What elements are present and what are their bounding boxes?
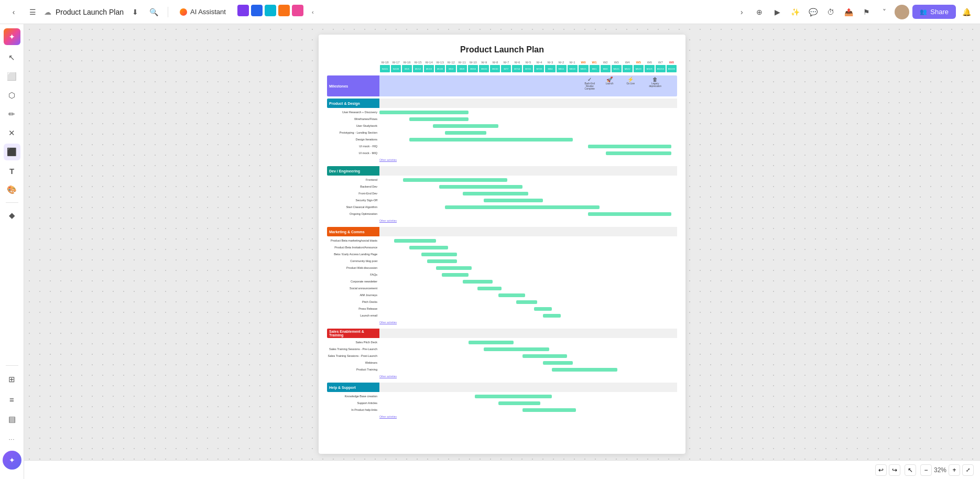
top-toolbar: ‹ ☰ ☁ Product Launch Plan ⬇ 🔍 AI Assista… [0,0,980,24]
milestone-launch: 🚀 Launch [606,77,614,85]
zoom-out-button[interactable]: − [920,464,932,476]
sidebar-tool-sticky[interactable]: ⬛ [4,144,20,160]
dev-engineering-label: Dev / Engineering [327,166,379,176]
sidebar-tool-pen[interactable]: ✏ [4,106,20,123]
task-label-pitch-decks: Pitch Decks [327,300,379,303]
task-bar-security [484,199,543,202]
task-label-kb-creation: Knowledge Base creation [327,395,379,398]
date-cell-11: M6/30 [490,65,500,72]
task-label-support-articles: Support Articles [327,401,379,405]
task-timeline-sales-training-pre [379,346,677,352]
date-cell-21: M9/8 [601,65,611,72]
zoom-fit-button[interactable]: ⤢ [962,464,974,476]
task-bar-faqs [442,273,469,277]
week-w0: W0 [578,61,589,64]
sidebar-tool-paint[interactable]: 🎨 [4,181,20,198]
sidebar-tool-shape[interactable]: ⬡ [4,87,20,104]
timer-button[interactable]: ⏱ [823,5,838,19]
date-cell-4: M5/12 [413,65,423,72]
ai-assistant-button[interactable]: AI Assistant [175,6,231,18]
task-timeline-pitch-decks [379,299,677,305]
collapse-left-button[interactable]: ‹ [306,5,320,19]
week-w14: W-14 [423,61,434,64]
week-w2: W-2 [556,61,567,64]
task-timeline-mkt-other: Other activities [379,319,677,325]
sidebar-tool-more[interactable]: ··· [4,431,20,448]
search-button[interactable]: 🔍 [147,5,161,19]
more-button[interactable]: › [734,5,749,19]
week-w3: W-3 [545,61,556,64]
sidebar-tool-eraser[interactable]: ◆ [4,207,20,224]
sidebar-tool-cursor[interactable]: ↖ [4,49,20,66]
task-label-webinars: Webinars [327,361,379,364]
task-timeline-frontend-dev [379,190,677,197]
task-label-frontend: Frontend [327,178,379,181]
section-sales: Sales Enablement & Training Sales Pitch … [327,329,677,379]
share-button[interactable]: 👥 Share [912,5,956,19]
task-label-launch-email: Launch email [327,314,379,317]
date-cell-9: M6/16 [468,65,478,72]
ai-fab-button[interactable]: ✦ [3,451,21,470]
sidebar-tool-text[interactable]: T [4,162,20,179]
task-label-sales-training-post: Sales Training Sessions - Post-Launch [327,354,379,357]
download-button[interactable]: ⬇ [128,5,143,19]
task-bar-ui-hiq [588,145,671,148]
share-doc-button[interactable]: 📤 [841,5,856,19]
share-label: Share [930,8,949,16]
other-activities-sales[interactable]: Other activities [379,375,397,378]
task-bar-prototyping [445,131,487,135]
other-activities-help[interactable]: Other activities [379,415,397,418]
sidebar-tool-connector[interactable]: ✕ [4,125,20,141]
task-label-in-product-help: In Product help-links [327,408,379,411]
date-cell-13: M7/14 [512,65,522,72]
task-timeline-ongoing-opt [379,211,677,217]
task-row-ui-miq: UI mock - MIQ [327,150,677,156]
marketing-label: Marketing & Comms [327,227,379,236]
collab-icon-4 [278,5,290,16]
section-product-design: Product & Design User Research + Discove… [327,99,677,163]
other-activities-dev[interactable]: Other activities [379,219,397,222]
undo-redo-group: ↩ ↪ [875,464,900,476]
redo-button[interactable]: ↪ [889,464,900,476]
back-button[interactable]: ‹ [6,5,21,19]
other-activities-pd[interactable]: Other activities [379,158,397,161]
zoom-in-button[interactable]: + [949,464,960,476]
week-w7: W-7 [500,61,511,64]
collab-icon-2 [251,5,263,16]
task-row-sales-other: Other activities [327,373,677,379]
comment-button[interactable]: 💬 [805,5,820,19]
flag-button[interactable]: ⚑ [859,5,874,19]
sidebar-tool-grid[interactable]: ⊞ [4,371,20,388]
date-cell-15: M7/28 [534,65,544,72]
cursor-tool-button[interactable]: ↖ [905,464,916,476]
task-row-help-other: Other activities [327,413,677,420]
date-cell-26: M10/13 [656,65,666,72]
week-w1: W-1 [567,61,578,64]
magic-button[interactable]: ✨ [788,5,802,19]
sidebar-tool-layers[interactable]: ≡ [4,391,20,408]
task-row-webinars: Webinars [327,360,677,366]
canvas-area[interactable]: Product Launch Plan W-18 W-17 W-16 W-15 … [24,24,980,479]
task-label-aim-journeys: AIM Journeys [327,293,379,297]
task-label-sales-pitch: Sales Pitch Deck [327,341,379,344]
week-w16: W-16 [401,61,412,64]
undo-button[interactable]: ↩ [875,464,887,476]
more-options-button[interactable]: ˅ [877,5,891,19]
sidebar-tool-frame[interactable]: ⬜ [4,68,20,85]
section-help-support: Help & Support Knowledge Base creation S… [327,383,677,420]
task-bar-aim-journeys [498,293,525,297]
user-avatar [895,5,909,19]
other-activities-mkt[interactable]: Other activities [379,321,397,324]
task-row-user-research: User Research + Discovery [327,109,677,115]
present-button[interactable]: ▶ [770,5,785,19]
copy-button[interactable]: ⊕ [752,5,767,19]
task-row-user-study: User Study/work [327,123,677,129]
task-label-product-web: Product Web discussion [327,266,379,269]
task-bar-sales-training-post [522,354,567,358]
menu-button[interactable]: ☰ [25,5,40,19]
task-bar-community-blog [427,259,457,263]
sidebar-special-tool[interactable]: ✦ [4,28,20,45]
notifications-button[interactable]: 🔔 [959,5,974,19]
sidebar-tool-card[interactable]: ▤ [4,411,20,428]
task-label-press-release: Press Release [327,307,379,310]
